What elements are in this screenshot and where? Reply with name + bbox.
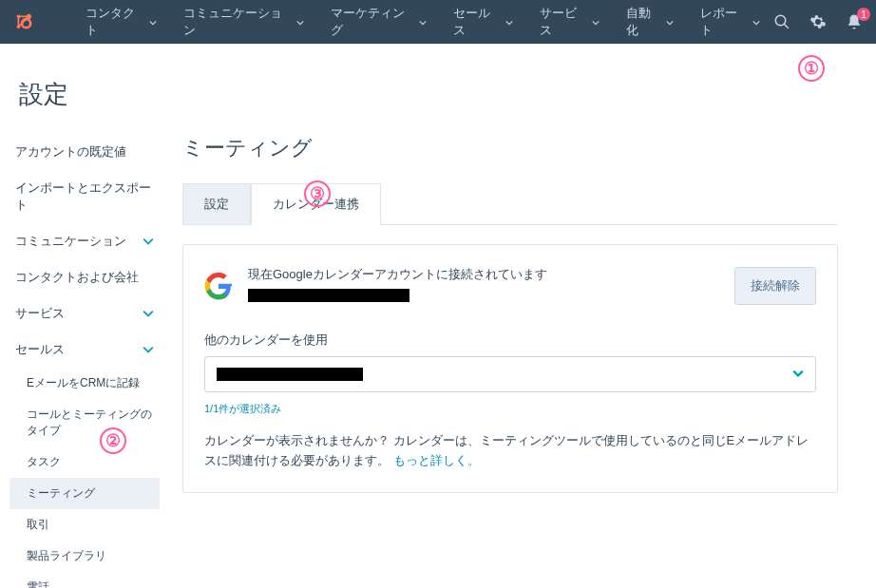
nav-marketing[interactable]: マーケティング — [317, 5, 440, 39]
nav-communication[interactable]: コミュニケーション — [170, 5, 317, 39]
svg-point-4 — [775, 15, 786, 26]
sidebar-item-import-export[interactable]: インポートとエクスポート — [10, 170, 160, 223]
sidebar-sub-label: ミーティング — [27, 486, 95, 500]
sidebar-label: アカウントの既定値 — [15, 143, 126, 161]
sidebar-sub-deals[interactable]: 取引 — [10, 509, 160, 541]
connection-status: 現在Googleカレンダーアカウントに接続されています — [248, 266, 719, 283]
selected-count: 1/1件が選択済み — [204, 402, 816, 416]
sidebar-sub-calling[interactable]: 電話 — [10, 572, 160, 588]
chevron-down-icon — [419, 15, 427, 29]
settings-sidebar: アカウントの既定値 インポートとエクスポート コミュニケーション コンタクトおよ… — [0, 134, 163, 588]
connected-account-redacted — [248, 289, 409, 302]
sidebar-item-account-defaults[interactable]: アカウントの既定値 — [10, 134, 160, 170]
sidebar-sub-product-library[interactable]: 製品ライブラリ — [10, 541, 160, 572]
tabs: 設定 カレンダー連携 — [182, 183, 838, 225]
nav-label: 自動化 — [626, 5, 662, 39]
chevron-down-icon — [143, 308, 154, 319]
chevron-down-icon — [143, 344, 154, 355]
nav-reports[interactable]: レポート — [687, 5, 773, 39]
sidebar-label: セールス — [15, 341, 65, 358]
help-message: カレンダーが表示されませんか？ カレンダーは、ミーティングツールで使用しているの… — [204, 433, 809, 467]
selected-calendar-redacted — [217, 368, 363, 381]
main-title: ミーティング — [182, 134, 838, 162]
nav-items: コンタクト コミュニケーション マーケティング セールス サービス 自動化 レポ… — [72, 5, 773, 39]
bell-icon[interactable]: 1 — [846, 13, 863, 30]
calendar-panel: 現在Googleカレンダーアカウントに接続されています 接続解除 他のカレンダー… — [182, 244, 838, 493]
main-content: ミーティング 設定 カレンダー連携 現在Googleカレンダーアカウントに接続さ… — [163, 134, 876, 588]
hubspot-logo-icon[interactable] — [13, 11, 34, 32]
sidebar-sub-label: 電話 — [27, 580, 49, 588]
chevron-down-icon — [505, 15, 513, 29]
tab-settings[interactable]: 設定 — [182, 183, 251, 224]
nav-label: セールス — [453, 5, 502, 39]
chevron-down-icon — [752, 15, 760, 29]
nav-label: マーケティング — [331, 5, 415, 39]
sidebar-item-sales[interactable]: セールス — [10, 332, 160, 368]
sidebar-sub-label: EメールをCRMに記録 — [27, 376, 140, 389]
sidebar-item-communication[interactable]: コミュニケーション — [10, 223, 160, 259]
sidebar-label: サービス — [15, 305, 65, 322]
sidebar-sub-tasks[interactable]: タスク — [10, 446, 160, 478]
other-calendar-section: 他のカレンダーを使用 1/1件が選択済み — [204, 332, 816, 416]
nav-label: コンタクト — [86, 5, 146, 39]
disconnect-button[interactable]: 接続解除 — [734, 267, 816, 305]
sidebar-label: インポートとエクスポート — [15, 180, 154, 214]
sidebar-label: コンタクトおよび会社 — [15, 269, 139, 286]
chevron-down-icon — [149, 15, 157, 29]
nav-label: コミュニケーション — [183, 5, 293, 39]
sidebar-item-contacts-companies[interactable]: コンタクトおよび会社 — [10, 259, 160, 295]
tab-label: 設定 — [204, 197, 229, 211]
learn-more-link[interactable]: もっと詳しく。 — [393, 453, 480, 467]
nav-contacts[interactable]: コンタクト — [72, 5, 171, 39]
sidebar-sub-label: 取引 — [27, 518, 49, 531]
sidebar-sub-label: 製品ライブラリ — [27, 549, 106, 562]
google-logo-icon — [204, 272, 233, 300]
sidebar-sub-label: コールとミーティングのタイプ — [27, 408, 152, 437]
nav-service[interactable]: サービス — [526, 5, 613, 39]
sidebar-sub-log-email[interactable]: EメールをCRMに記録 — [10, 368, 160, 399]
chevron-down-icon — [296, 15, 304, 29]
sidebar-sub-call-meeting-types[interactable]: コールとミーティングのタイプ — [10, 399, 160, 446]
gear-icon[interactable] — [809, 13, 827, 30]
calendar-select[interactable] — [204, 356, 816, 392]
sidebar-sub-meetings[interactable]: ミーティング — [10, 478, 160, 509]
top-nav: コンタクト コミュニケーション マーケティング セールス サービス 自動化 レポ… — [0, 0, 876, 44]
page-header: 設定 — [0, 44, 876, 134]
nav-automation[interactable]: 自動化 — [613, 5, 687, 39]
svg-point-3 — [22, 19, 30, 28]
search-icon[interactable] — [773, 13, 790, 30]
chevron-down-icon — [143, 236, 154, 247]
connection-row: 現在Googleカレンダーアカウントに接続されています 接続解除 — [204, 266, 816, 305]
nav-sales[interactable]: セールス — [440, 5, 526, 39]
chevron-down-icon — [666, 15, 674, 29]
other-calendar-label: 他のカレンダーを使用 — [204, 332, 816, 349]
help-text: カレンダーが表示されませんか？ カレンダーは、ミーティングツールで使用しているの… — [204, 431, 816, 471]
chevron-down-icon — [592, 15, 600, 29]
chevron-down-icon — [792, 367, 804, 382]
nav-label: サービス — [540, 5, 588, 39]
tab-label: カレンダー連携 — [273, 197, 359, 211]
nav-label: レポート — [700, 5, 749, 39]
notification-badge: 1 — [857, 8, 870, 21]
sidebar-item-service[interactable]: サービス — [10, 295, 160, 332]
nav-icons: 1 — [773, 13, 863, 30]
sidebar-label: コミュニケーション — [15, 233, 126, 250]
sidebar-sub-label: タスク — [27, 455, 61, 468]
tab-calendar-integration[interactable]: カレンダー連携 — [251, 183, 381, 225]
page-title: 設定 — [19, 78, 857, 111]
